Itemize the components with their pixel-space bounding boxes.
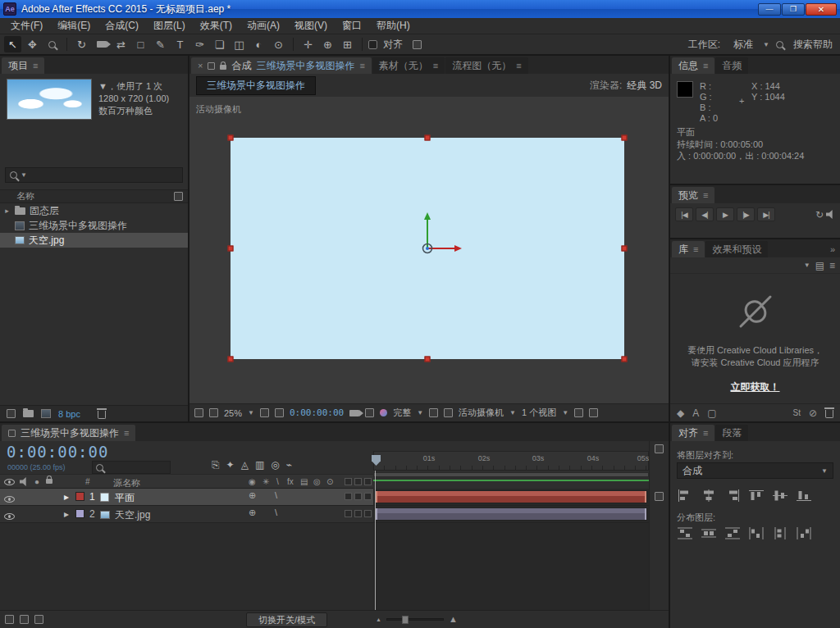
roto-brush-tool-icon[interactable]: ◐ (250, 36, 267, 52)
timeline-search-input[interactable] (92, 461, 171, 474)
timeline-scrollbar-gutter[interactable] (649, 489, 669, 610)
work-area-bar[interactable] (373, 472, 649, 477)
tab-composition[interactable]: × 合成 三维场景中多视图操作 ≡ (191, 57, 372, 74)
mask-visibility-icon[interactable] (275, 408, 284, 417)
resolution-value[interactable]: 完整 (393, 407, 411, 419)
distribute-v-center-icon[interactable] (701, 526, 717, 539)
workspace-dropdown-caret[interactable]: ▼ (763, 41, 769, 48)
transparency-grid-icon[interactable] (444, 408, 453, 417)
renderer-info[interactable]: 渲染器: 经典 3D (590, 79, 662, 93)
align-top-icon[interactable] (748, 489, 765, 502)
new-folder-icon[interactable] (23, 410, 34, 417)
add-layer-style-icon[interactable]: ▢ (707, 407, 716, 419)
play-button[interactable]: ▶ (716, 207, 734, 221)
panel-menu-icon[interactable]: ≡ (693, 244, 698, 254)
trash-icon[interactable] (825, 410, 833, 418)
loop-icon[interactable]: ↻ (815, 209, 824, 221)
resolution-caret[interactable]: ▼ (417, 409, 423, 416)
tab-info[interactable]: 信息 ≡ (672, 57, 714, 74)
zoom-in-icon[interactable]: ▲ (449, 614, 458, 624)
draft-3d-icon[interactable]: ✦ (226, 459, 235, 471)
tab-flowchart[interactable]: 流程图（无） ≡ (445, 57, 527, 74)
distribute-left-icon[interactable] (748, 526, 765, 539)
trash-icon[interactable] (98, 411, 106, 419)
selection-tool-icon[interactable]: ↖ (4, 36, 21, 52)
panel-menu-icon[interactable]: ≡ (516, 61, 521, 71)
text-tool-icon[interactable]: T (171, 36, 189, 52)
layer-row-1[interactable]: ▸ 1 平面 ⊕ \ (0, 489, 669, 506)
menu-window[interactable]: 窗口 (335, 19, 369, 33)
selection-handle[interactable] (622, 135, 628, 141)
local-axis-mode-icon[interactable]: ✛ (299, 36, 317, 52)
tab-project[interactable]: 项目 ≡ (2, 57, 44, 74)
snap-options-icon[interactable] (409, 36, 426, 52)
zoom-value[interactable]: 25% (224, 408, 242, 418)
distribute-bottom-icon[interactable] (724, 526, 741, 539)
menu-view[interactable]: 视图(V) (287, 19, 335, 33)
close-button[interactable]: ✕ (806, 3, 837, 16)
project-item-sky-footage[interactable]: 天空.jpg (0, 233, 188, 248)
tab-align[interactable]: 对齐 ≡ (672, 425, 714, 441)
menu-composition[interactable]: 合成(C) (98, 19, 146, 33)
mode-boxes[interactable] (345, 493, 372, 500)
pan-behind-tool-icon[interactable]: ⇄ (112, 36, 130, 52)
align-h-center-icon[interactable] (701, 489, 717, 502)
view-layout-caret[interactable]: ▼ (562, 409, 568, 416)
expand-transfer-controls-icon[interactable] (20, 615, 29, 626)
toggle-switches-modes-button[interactable]: 切换开关/模式 (246, 612, 327, 627)
layer-duration-bar[interactable] (375, 507, 647, 521)
layer-color-chip[interactable] (75, 509, 84, 518)
search-icon[interactable] (776, 41, 783, 48)
view-layout-selector[interactable]: 1 个视图 (522, 407, 556, 419)
project-search-input[interactable]: ▼ (5, 167, 183, 183)
grid-guides-icon[interactable] (260, 408, 269, 417)
grid-view-icon[interactable]: ▤ (815, 260, 824, 271)
layer-color-chip[interactable] (75, 492, 84, 501)
zoom-out-icon[interactable]: ▲ (376, 617, 381, 622)
project-item-composition[interactable]: 三维场景中多视图操作 (0, 218, 188, 233)
expander-icon[interactable]: ▸ (3, 207, 11, 215)
always-preview-icon[interactable] (194, 408, 203, 417)
composition-canvas[interactable] (231, 138, 624, 359)
get-now-link[interactable]: 立即获取！ (731, 381, 780, 393)
snap-checkbox[interactable] (368, 40, 377, 49)
show-snapshot-icon[interactable] (365, 408, 374, 417)
align-v-center-icon[interactable] (772, 489, 788, 502)
next-frame-button[interactable]: |▶ (737, 207, 755, 221)
menu-file[interactable]: 文件(F) (3, 19, 50, 33)
expand-layer-switches-icon[interactable] (5, 615, 14, 626)
lock-icon[interactable] (220, 65, 226, 70)
tab-libraries[interactable]: 库 ≡ (672, 241, 705, 257)
maximize-button[interactable]: ❐ (782, 3, 805, 16)
tab-footage[interactable]: 素材（无） ≡ (372, 57, 445, 74)
camera-tool-icon[interactable] (93, 36, 110, 52)
menu-layer[interactable]: 图层(L) (146, 19, 193, 33)
collapse-switch-icon[interactable]: ⊕ (249, 507, 256, 518)
tab-timeline[interactable]: 三维场景中多视图操作 ≡ (2, 425, 135, 441)
panel-menu-icon[interactable]: ≡ (124, 428, 129, 438)
active-camera-selector[interactable]: 活动摄像机 (459, 407, 504, 419)
expander-icon[interactable]: ▸ (64, 508, 69, 520)
layer-name[interactable]: 平面 (115, 491, 135, 505)
mode-boxes[interactable] (345, 510, 372, 517)
shy-layers-icon[interactable]: ◬ (241, 459, 249, 471)
cc-search-icon[interactable]: ⊘ (809, 407, 817, 419)
quality-switch-icon[interactable]: \ (275, 490, 277, 500)
camera-caret[interactable]: ▼ (509, 409, 516, 416)
current-time-display[interactable]: 0:00:00:00 (7, 443, 108, 461)
panel-menu-icon[interactable]: ≡ (703, 61, 708, 71)
eye-icon[interactable] (4, 511, 15, 522)
distribute-right-icon[interactable] (796, 526, 812, 539)
region-of-interest-icon[interactable] (429, 408, 438, 417)
minimize-button[interactable]: — (758, 3, 781, 16)
selection-handle[interactable] (228, 357, 234, 362)
flowchart-icon[interactable] (174, 192, 183, 201)
align-to-dropdown[interactable]: 合成 ▼ (677, 462, 833, 479)
layer-row-2[interactable]: ▸ 2 天空.jpg ⊕ \ (0, 506, 669, 523)
hand-tool-icon[interactable]: ✥ (24, 36, 41, 52)
quality-switch-icon[interactable]: \ (275, 507, 277, 517)
time-ruler[interactable]: 01s 02s 03s 04s 05s (373, 451, 649, 471)
magnification-icon[interactable] (209, 408, 218, 417)
selection-handle[interactable] (425, 357, 431, 362)
comp-mini-flowchart-button[interactable]: 三维场景中多视图操作 (196, 76, 316, 95)
